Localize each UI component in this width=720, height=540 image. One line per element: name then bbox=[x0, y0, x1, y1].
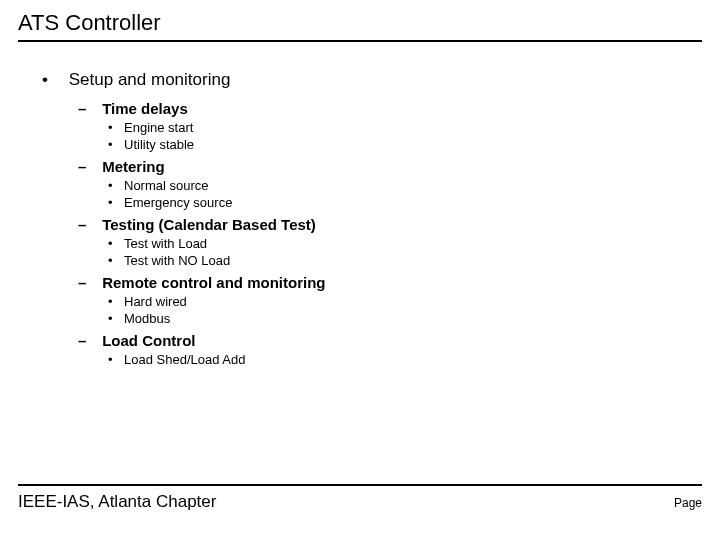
level3-text: Modbus bbox=[124, 311, 170, 326]
level2-text: Load Control bbox=[102, 332, 195, 349]
footer-page-label: Page bbox=[674, 496, 702, 510]
list-item: Normal source bbox=[108, 178, 702, 193]
level2-text: Testing (Calendar Based Test) bbox=[102, 216, 316, 233]
slide-body: Setup and monitoring Time delays Engine … bbox=[18, 70, 702, 367]
level2-text: Time delays bbox=[102, 100, 188, 117]
level3-text: Engine start bbox=[124, 120, 193, 135]
bullet-list-level-2: Time delays Engine start Utility stable … bbox=[46, 100, 702, 367]
slide-title: ATS Controller bbox=[18, 10, 702, 42]
list-item: Utility stable bbox=[108, 137, 702, 152]
list-item: Test with Load bbox=[108, 236, 702, 251]
level3-text: Hard wired bbox=[124, 294, 187, 309]
level3-text: Utility stable bbox=[124, 137, 194, 152]
level3-text: Test with NO Load bbox=[124, 253, 230, 268]
list-item: Load Control Load Shed/Load Add bbox=[78, 332, 702, 367]
list-item: Metering Normal source Emergency source bbox=[78, 158, 702, 210]
list-item: Time delays Engine start Utility stable bbox=[78, 100, 702, 152]
bullet-list-level-3: Hard wired Modbus bbox=[78, 294, 702, 326]
list-item: Engine start bbox=[108, 120, 702, 135]
bullet-list-level-3: Test with Load Test with NO Load bbox=[78, 236, 702, 268]
list-item: Setup and monitoring Time delays Engine … bbox=[42, 70, 702, 367]
footer-left-text: IEEE-IAS, Atlanta Chapter bbox=[18, 492, 216, 512]
slide: ATS Controller Setup and monitoring Time… bbox=[0, 0, 720, 540]
bullet-list-level-3: Normal source Emergency source bbox=[78, 178, 702, 210]
level1-text: Setup and monitoring bbox=[69, 70, 231, 89]
bullet-list-level-3: Load Shed/Load Add bbox=[78, 352, 702, 367]
list-item: Testing (Calendar Based Test) Test with … bbox=[78, 216, 702, 268]
list-item: Hard wired bbox=[108, 294, 702, 309]
level3-text: Emergency source bbox=[124, 195, 232, 210]
bullet-list-level-1: Setup and monitoring Time delays Engine … bbox=[42, 70, 702, 367]
list-item: Remote control and monitoring Hard wired… bbox=[78, 274, 702, 326]
level3-text: Load Shed/Load Add bbox=[124, 352, 245, 367]
slide-footer: IEEE-IAS, Atlanta Chapter Page bbox=[18, 484, 702, 512]
bullet-list-level-3: Engine start Utility stable bbox=[78, 120, 702, 152]
list-item: Modbus bbox=[108, 311, 702, 326]
list-item: Emergency source bbox=[108, 195, 702, 210]
list-item: Load Shed/Load Add bbox=[108, 352, 702, 367]
list-item: Test with NO Load bbox=[108, 253, 702, 268]
level3-text: Test with Load bbox=[124, 236, 207, 251]
level3-text: Normal source bbox=[124, 178, 209, 193]
level2-text: Remote control and monitoring bbox=[102, 274, 325, 291]
level2-text: Metering bbox=[102, 158, 165, 175]
